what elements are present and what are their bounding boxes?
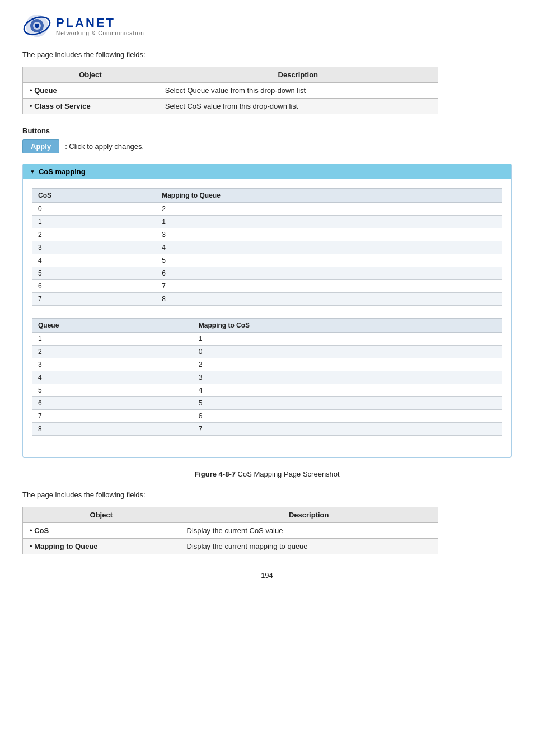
cos-value: 7 <box>32 293 156 306</box>
apply-button[interactable]: Apply <box>22 139 59 153</box>
table-row: 65 <box>32 397 502 410</box>
queue-value: 3 <box>32 358 193 371</box>
table-row: 67 <box>32 280 502 293</box>
queue-cos-col-queue: Queue <box>32 319 193 333</box>
queue-value: 8 <box>32 423 193 436</box>
table-row: 54 <box>32 384 502 397</box>
cos-mapping-value: 3 <box>193 371 502 384</box>
description-cell: Select CoS value from this drop-down lis… <box>158 99 438 114</box>
mapping-value: 8 <box>156 293 502 306</box>
cos-value: 2 <box>32 228 156 241</box>
figure-caption-text: CoS Mapping Page Screenshot <box>236 470 340 478</box>
table-row: 87 <box>32 423 502 436</box>
figure-caption-bold: Figure 4-8-7 <box>194 470 236 478</box>
cos-panel-body: CoS Mapping to Queue 0211233445566778 Qu… <box>23 179 511 457</box>
table-row: 02 <box>32 203 502 216</box>
queue-value: 6 <box>32 397 193 410</box>
logo-area: PLANET Networking & Communication <box>22 11 512 40</box>
page-number: 194 <box>22 571 512 580</box>
intro-text-2: The page includes the following fields: <box>22 491 512 499</box>
table-row: 45 <box>32 254 502 267</box>
cos-mapping-value: 2 <box>193 358 502 371</box>
table-row: 20 <box>32 346 502 358</box>
table-row: 34 <box>32 241 502 254</box>
logo-planet-label: PLANET <box>56 16 144 30</box>
mapping-value: 2 <box>156 203 502 216</box>
object-cell: • Queue <box>23 83 158 99</box>
queue-value: 2 <box>32 346 193 358</box>
collapse-icon[interactable]: ▼ <box>30 169 35 175</box>
mapping-value: 7 <box>156 280 502 293</box>
figure-caption: Figure 4-8-7 CoS Mapping Page Screenshot <box>22 470 512 478</box>
cos-value: 6 <box>32 280 156 293</box>
cos-value: 5 <box>32 267 156 280</box>
table-row: 32 <box>32 358 502 371</box>
fields-table-2: Object Description • CoSDisplay the curr… <box>22 507 438 554</box>
logo-text: PLANET Networking & Communication <box>56 16 144 36</box>
col-header-description-2: Description <box>180 507 438 523</box>
object-cell: • CoS <box>23 523 180 539</box>
cos-panel-title: CoS mapping <box>39 167 86 176</box>
table-row: • CoSDisplay the current CoS value <box>23 523 438 539</box>
col-header-description-1: Description <box>158 67 438 83</box>
cos-mapping-value: 7 <box>193 423 502 436</box>
table-row: • Class of ServiceSelect CoS value from … <box>23 99 438 114</box>
queue-value: 4 <box>32 371 193 384</box>
buttons-heading: Buttons <box>22 127 512 135</box>
table-row: 23 <box>32 228 502 241</box>
queue-value: 5 <box>32 384 193 397</box>
mapping-value: 4 <box>156 241 502 254</box>
cos-mapping-value: 6 <box>193 410 502 423</box>
cos-mapping-value: 5 <box>193 397 502 410</box>
table-row: 11 <box>32 216 502 228</box>
mapping-value: 5 <box>156 254 502 267</box>
object-cell: • Class of Service <box>23 99 158 114</box>
mapping-value: 1 <box>156 216 502 228</box>
planet-logo-icon <box>22 11 51 40</box>
cos-value: 4 <box>32 254 156 267</box>
intro-text-1: The page includes the following fields: <box>22 50 512 59</box>
col-header-object-1: Object <box>23 67 158 83</box>
apply-row: Apply : Click to apply changes. <box>22 139 512 153</box>
object-cell: • Mapping to Queue <box>23 539 180 554</box>
apply-description: : Click to apply changes. <box>65 142 144 151</box>
cos-mapping-value: 4 <box>193 384 502 397</box>
queue-value: 7 <box>32 410 193 423</box>
cos-mapping-panel: ▼ CoS mapping CoS Mapping to Queue 02112… <box>22 164 512 458</box>
table-row: 43 <box>32 371 502 384</box>
cos-value: 0 <box>32 203 156 216</box>
logo-sub-label: Networking & Communication <box>56 30 144 36</box>
table-row: 76 <box>32 410 502 423</box>
queue-to-cos-table: Queue Mapping to CoS 1120324354657687 <box>32 318 502 436</box>
table-row: 11 <box>32 333 502 346</box>
cos-mapping-value: 1 <box>193 333 502 346</box>
svg-point-4 <box>35 24 39 28</box>
cos-value: 3 <box>32 241 156 254</box>
cos-to-queue-table: CoS Mapping to Queue 0211233445566778 <box>32 188 502 306</box>
cos-value: 1 <box>32 216 156 228</box>
cos-panel-header: ▼ CoS mapping <box>23 164 511 179</box>
col-header-object-2: Object <box>23 507 180 523</box>
table-row: 78 <box>32 293 502 306</box>
mapping-value: 6 <box>156 267 502 280</box>
table-row: • QueueSelect Queue value from this drop… <box>23 83 438 99</box>
fields-table-1: Object Description • QueueSelect Queue v… <box>22 67 438 114</box>
description-cell: Select Queue value from this drop-down l… <box>158 83 438 99</box>
queue-value: 1 <box>32 333 193 346</box>
description-cell: Display the current CoS value <box>180 523 438 539</box>
mapping-value: 3 <box>156 228 502 241</box>
table-row: • Mapping to QueueDisplay the current ma… <box>23 539 438 554</box>
cos-queue-col-mapping: Mapping to Queue <box>156 189 502 203</box>
cos-mapping-value: 0 <box>193 346 502 358</box>
table-row: 56 <box>32 267 502 280</box>
description-cell: Display the current mapping to queue <box>180 539 438 554</box>
cos-queue-col-cos: CoS <box>32 189 156 203</box>
queue-cos-col-mapping: Mapping to CoS <box>193 319 502 333</box>
buttons-section: Buttons Apply : Click to apply changes. <box>22 127 512 153</box>
